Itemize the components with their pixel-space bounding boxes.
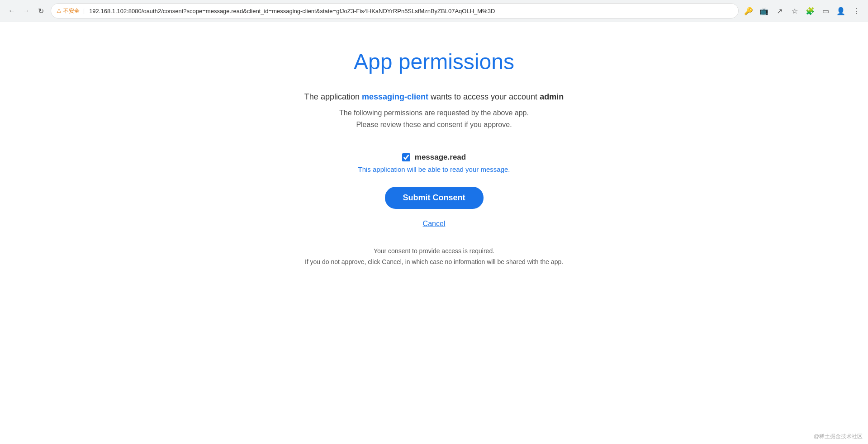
browser-chrome: ← → ↻ ⚠ 不安全 | 192.168.1.102:8080/oauth2/… <box>0 0 868 22</box>
forward-button[interactable]: → <box>20 5 33 17</box>
description-block: The application messaging-client wants t… <box>304 92 564 130</box>
address-bar[interactable]: ⚠ 不安全 | 192.168.1.102:8080/oauth2/consen… <box>51 3 739 19</box>
permission-block: message.read This application will be ab… <box>358 153 510 173</box>
nav-buttons: ← → ↻ <box>5 5 47 17</box>
permission-row: message.read <box>402 153 466 162</box>
account-name: admin <box>540 92 564 101</box>
desc-middle: wants to access your account <box>428 92 540 101</box>
submit-consent-button[interactable]: Submit Consent <box>385 187 484 209</box>
footer-line2: If you do not approve, click Cancel, in … <box>305 257 563 268</box>
page-title: App permissions <box>354 49 514 74</box>
bookmark-button[interactable]: ☆ <box>788 5 801 17</box>
watermark: @稀土掘金技术社区 <box>814 433 863 440</box>
url-text: 192.168.1.102:8080/oauth2/consent?scope=… <box>89 8 733 14</box>
permission-description: This application will be able to read yo… <box>358 165 510 173</box>
security-warning: ⚠ 不安全 | <box>57 7 86 15</box>
cancel-button[interactable]: Cancel <box>423 220 446 228</box>
desc-prefix: The application <box>304 92 362 101</box>
key-button[interactable]: 🔑 <box>742 5 755 17</box>
description-line2a: The following permissions are requested … <box>304 107 564 119</box>
description-line1: The application messaging-client wants t… <box>304 92 564 102</box>
warning-icon: ⚠ <box>57 8 62 14</box>
permission-name: message.read <box>415 153 466 162</box>
cast-button[interactable]: 📺 <box>758 5 770 17</box>
footer-line1: Your consent to provide access is requir… <box>305 246 563 257</box>
permission-checkbox[interactable] <box>402 153 410 161</box>
extension-button[interactable]: 🧩 <box>804 5 816 17</box>
browser-toolbar: ← → ↻ ⚠ 不安全 | 192.168.1.102:8080/oauth2/… <box>0 0 868 22</box>
back-button[interactable]: ← <box>5 5 18 17</box>
app-name: messaging-client <box>362 92 428 101</box>
description-line2b: Please review these and consent if you a… <box>304 119 564 131</box>
menu-button[interactable]: ⋮ <box>850 5 863 17</box>
profile-button[interactable]: 👤 <box>835 5 847 17</box>
window-button[interactable]: ▭ <box>819 5 832 17</box>
reload-button[interactable]: ↻ <box>34 5 47 17</box>
toolbar-icons: 🔑 📺 ↗ ☆ 🧩 ▭ 👤 ⋮ <box>742 5 863 17</box>
security-label: 不安全 <box>63 7 80 15</box>
footer-info: Your consent to provide access is requir… <box>305 246 563 268</box>
share-button[interactable]: ↗ <box>773 5 786 17</box>
page-content: App permissions The application messagin… <box>0 22 868 444</box>
